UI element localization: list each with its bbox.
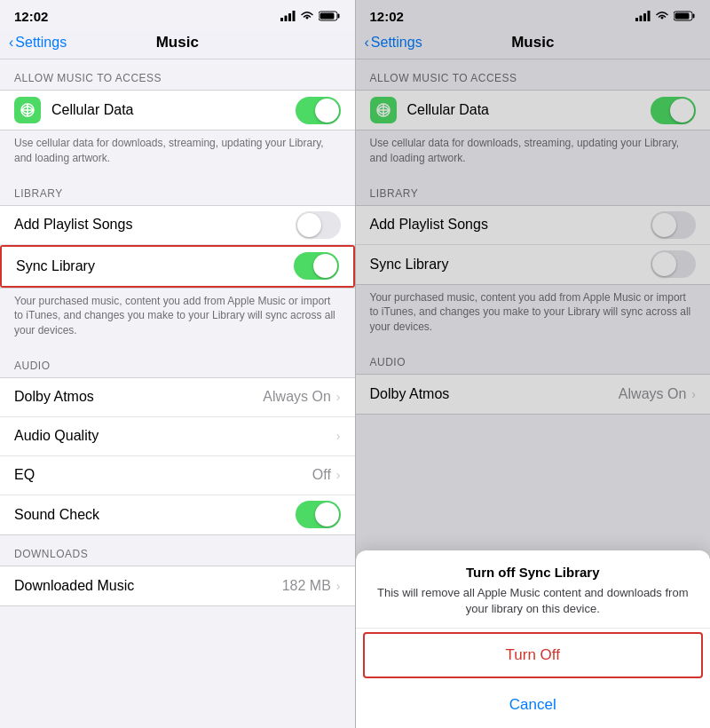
dolby-chevron-left: › bbox=[336, 390, 341, 404]
row-eq-left[interactable]: EQ Off › bbox=[0, 456, 355, 495]
row-audio-quality-left[interactable]: Audio Quality › bbox=[0, 417, 355, 456]
row-add-playlist-left[interactable]: Add Playlist Songs bbox=[0, 206, 355, 245]
back-button-left[interactable]: ‹ Settings bbox=[9, 35, 67, 51]
sync-library-label-left: Sync Library bbox=[16, 258, 294, 274]
nav-title-left: Music bbox=[156, 34, 199, 51]
add-playlist-toggle-left[interactable] bbox=[296, 211, 341, 239]
cellular-data-thumb-left bbox=[315, 99, 339, 123]
wifi-icon-left bbox=[300, 11, 314, 21]
alert-sheet: Turn off Sync Library This will remove a… bbox=[356, 550, 711, 728]
sync-library-desc-left: Your purchased music, content you add fr… bbox=[0, 289, 355, 347]
alert-content: Turn off Sync Library This will remove a… bbox=[356, 550, 711, 629]
cellular-data-desc-left: Use cellular data for downloads, streami… bbox=[0, 131, 355, 175]
section-header-audio-left: AUDIO bbox=[0, 347, 355, 377]
section-header-library-left: LIBRARY bbox=[0, 175, 355, 205]
svg-rect-2 bbox=[288, 13, 291, 21]
section-header-downloads-left: DOWNLOADS bbox=[0, 535, 355, 566]
svg-rect-5 bbox=[337, 14, 339, 19]
cancel-button[interactable]: Cancel bbox=[356, 682, 711, 728]
group-library-left: Add Playlist Songs Sync Library bbox=[0, 205, 355, 289]
sound-check-thumb-left bbox=[315, 502, 339, 526]
status-time-left: 12:02 bbox=[14, 9, 48, 24]
cellular-data-toggle-left[interactable] bbox=[296, 97, 341, 124]
alert-overlay: Turn off Sync Library This will remove a… bbox=[356, 0, 711, 728]
group-audio-left: Dolby Atmos Always On › Audio Quality › … bbox=[0, 377, 355, 535]
downloaded-music-value-left: 182 MB bbox=[282, 578, 331, 594]
row-cellular-data-left[interactable]: Cellular Data bbox=[0, 91, 355, 130]
alert-title: Turn off Sync Library bbox=[374, 565, 693, 580]
row-dolby-left[interactable]: Dolby Atmos Always On › bbox=[0, 378, 355, 417]
sound-check-toggle-left[interactable] bbox=[296, 501, 341, 528]
alert-message: This will remove all Apple Music content… bbox=[374, 585, 693, 617]
row-sound-check-left[interactable]: Sound Check bbox=[0, 495, 355, 534]
eq-value-left: Off bbox=[312, 467, 331, 483]
group-downloads-left: Downloaded Music 182 MB › bbox=[0, 566, 355, 606]
cellular-data-label-left: Cellular Data bbox=[51, 102, 296, 118]
add-playlist-label-left: Add Playlist Songs bbox=[14, 217, 296, 233]
back-chevron-left: ‹ bbox=[9, 35, 13, 51]
sync-library-thumb-left bbox=[313, 254, 337, 278]
dolby-label-left: Dolby Atmos bbox=[14, 389, 263, 405]
downloaded-music-label-left: Downloaded Music bbox=[14, 578, 282, 594]
audio-quality-label-left: Audio Quality bbox=[14, 428, 336, 444]
audio-quality-chevron-left: › bbox=[336, 429, 341, 443]
svg-rect-3 bbox=[292, 11, 295, 21]
row-sync-library-left[interactable]: Sync Library bbox=[2, 247, 353, 286]
cellular-icon-left bbox=[19, 101, 36, 119]
turn-off-label: Turn Off bbox=[506, 646, 560, 664]
svg-rect-0 bbox=[280, 18, 283, 21]
turn-off-button[interactable]: Turn Off bbox=[363, 632, 704, 678]
eq-label-left: EQ bbox=[14, 467, 312, 483]
eq-chevron-left: › bbox=[336, 468, 341, 482]
nav-bar-left: ‹ Settings Music bbox=[0, 30, 355, 59]
left-panel: 12:02 ‹ Se bbox=[0, 0, 355, 728]
row-downloaded-music-left[interactable]: Downloaded Music 182 MB › bbox=[0, 566, 355, 605]
sound-check-label-left: Sound Check bbox=[14, 507, 296, 523]
back-label-left[interactable]: Settings bbox=[15, 35, 67, 51]
svg-rect-1 bbox=[284, 16, 287, 22]
group-access-left: Cellular Data bbox=[0, 90, 355, 131]
downloaded-music-chevron-left: › bbox=[336, 579, 341, 593]
dolby-value-left: Always On bbox=[263, 389, 330, 405]
right-panel: 12:02 ‹ Settings Music bbox=[355, 0, 711, 728]
sync-library-toggle-left[interactable] bbox=[294, 252, 339, 280]
battery-icon-left bbox=[319, 11, 341, 21]
add-playlist-thumb-left bbox=[297, 213, 321, 237]
section-header-access-left: ALLOW MUSIC TO ACCESS bbox=[0, 59, 355, 90]
cellular-data-icon-left bbox=[14, 97, 41, 123]
settings-scroll-left: ALLOW MUSIC TO ACCESS Cellular Data bbox=[0, 59, 355, 728]
cancel-label: Cancel bbox=[509, 696, 556, 714]
status-icons-left bbox=[280, 11, 341, 21]
status-bar-left: 12:02 bbox=[0, 0, 355, 30]
signal-icon-left bbox=[280, 11, 296, 21]
svg-rect-6 bbox=[320, 13, 334, 20]
sync-library-highlight-left: Sync Library bbox=[0, 245, 355, 288]
